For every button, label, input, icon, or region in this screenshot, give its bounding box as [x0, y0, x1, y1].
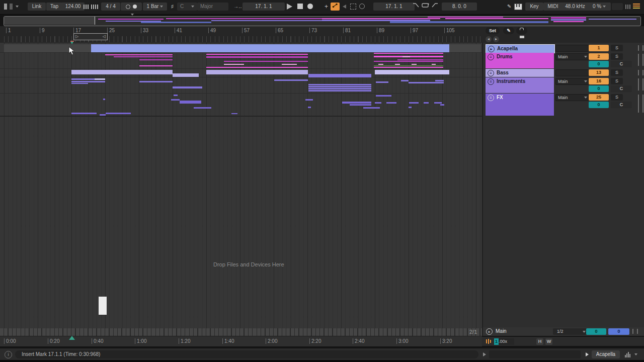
info-icon[interactable]: i	[5, 351, 12, 358]
loop-brace[interactable]: ▷ ◁	[73, 33, 108, 40]
arrangement-clip[interactable]	[409, 82, 444, 83]
loop-start-handle[interactable]: ▷	[75, 34, 78, 39]
solo-button[interactable]: S	[611, 94, 623, 101]
solo-button[interactable]: S	[611, 78, 623, 84]
metronome-button[interactable]	[121, 3, 142, 11]
track-number[interactable]: 16	[589, 78, 609, 84]
output-routing-menu[interactable]: Main	[555, 53, 589, 60]
arrangement-position-field[interactable]: 17. 1. 1	[243, 3, 285, 11]
reenable-automation-icon[interactable]	[343, 5, 346, 9]
preview-field[interactable]	[489, 350, 581, 358]
arrangement-clip[interactable]	[71, 81, 105, 82]
arrangement-clip[interactable]	[440, 104, 444, 106]
nudge-up-icon[interactable]	[91, 3, 99, 11]
arrangement-clip[interactable]	[308, 107, 311, 108]
next-locator-button[interactable]: ▸	[493, 36, 499, 42]
selected-clip-name[interactable]: Acapella	[592, 350, 620, 358]
loop-end-handle[interactable]: ◁	[103, 34, 106, 39]
overview-streak[interactable]	[428, 17, 503, 18]
menu-hamburger-icon[interactable]	[633, 4, 640, 9]
overview-streak[interactable]	[211, 20, 332, 21]
crossfade-button[interactable]: C	[611, 102, 632, 108]
track-number[interactable]: 1	[589, 45, 609, 51]
track-number[interactable]: 13	[589, 69, 609, 76]
arrangement-clip[interactable]	[194, 107, 211, 109]
arrangement-clip[interactable]	[206, 70, 308, 74]
track-header-bass[interactable]: ≡Bass 13 S	[486, 69, 642, 77]
overview-streak[interactable]	[445, 18, 548, 19]
arrangement-clip[interactable]	[409, 107, 412, 108]
locator-edit-icon[interactable]: ✎	[503, 27, 514, 34]
arrangement-clip[interactable]	[363, 107, 380, 109]
nudge-down-icon[interactable]	[84, 3, 90, 11]
level-meter-icon[interactable]	[625, 351, 631, 357]
lock-envelopes-icon[interactable]	[516, 27, 527, 34]
track-number[interactable]: 25	[589, 94, 609, 101]
track-name-band[interactable]: ≡Instruments	[486, 77, 554, 93]
arrangement-clip[interactable]	[105, 54, 173, 55]
arrangement-clip[interactable]	[171, 99, 180, 101]
crossfade-button[interactable]: C	[611, 85, 632, 92]
track-name-band[interactable]: ≡Drums	[486, 53, 554, 68]
waveform-icon[interactable]	[485, 338, 492, 344]
output-routing-menu[interactable]: Main	[555, 78, 589, 85]
scale-awareness-icon[interactable]: ♯	[168, 3, 177, 11]
stop-button[interactable]	[297, 4, 303, 9]
punch-in-icon[interactable]	[412, 3, 420, 11]
scroll-strip[interactable]	[0, 328, 482, 336]
arrangement-clip[interactable]	[71, 83, 88, 84]
track-header-fx[interactable]: ≡FX Main 25 S 0 C	[486, 94, 642, 116]
arrangement-clip[interactable]	[375, 102, 381, 104]
track-header-drums[interactable]: ≡Drums Main 2 S 0 C	[486, 53, 642, 68]
arrangement-clip[interactable]	[374, 65, 443, 66]
overview-streak[interactable]	[141, 22, 211, 23]
overview-streak[interactable]	[166, 18, 322, 19]
arrangement-clip[interactable]	[342, 102, 371, 104]
midi-map-button[interactable]: MIDI	[543, 3, 562, 11]
punch-out-icon[interactable]	[431, 3, 439, 11]
track-number[interactable]: 2	[589, 53, 609, 60]
arrangement-clip[interactable]	[71, 113, 97, 114]
arrangement-clip[interactable]	[434, 102, 442, 104]
window-mode-icon[interactable]	[4, 3, 19, 11]
arrangement-clip[interactable]	[424, 102, 429, 104]
arrangement-clip[interactable]	[114, 56, 173, 57]
zoom-height-button[interactable]: H	[536, 338, 543, 345]
send-value[interactable]: 0	[589, 102, 609, 108]
beat-time-ruler[interactable]: 191725334149576573818997105 ▷ ◁ Set ✎ ◂ …	[0, 26, 644, 43]
record-button[interactable]	[307, 4, 313, 9]
clip-play-icon[interactable]	[586, 352, 589, 356]
arrangement-clip[interactable]	[91, 44, 449, 52]
arrangement-clip[interactable]	[403, 56, 410, 57]
prev-locator-button[interactable]: ◂	[486, 36, 492, 42]
draw-mode-icon[interactable]: ✎	[504, 3, 514, 11]
overview-streak[interactable]	[553, 21, 584, 22]
arrangement-clip[interactable]	[173, 73, 199, 77]
arrangement-clip[interactable]	[206, 54, 308, 55]
arrangement-overdub-icon[interactable]	[359, 4, 365, 9]
arrangement-clip[interactable]	[139, 81, 173, 82]
resize-handle[interactable]	[632, 329, 638, 334]
loop-start-field[interactable]: 17. 1. 1	[373, 3, 415, 11]
add-locator-button[interactable]: +	[321, 3, 331, 11]
play-button[interactable]	[287, 4, 292, 10]
arrangement-clip[interactable]	[274, 79, 308, 81]
arrangement-clip[interactable]	[224, 64, 244, 65]
main-send-value[interactable]: 0	[586, 328, 606, 335]
arrangement-clip[interactable]	[374, 61, 443, 62]
arrangement-clip[interactable]	[173, 86, 202, 88]
resize-handle[interactable]	[638, 95, 643, 113]
tap-tempo-button[interactable]: Tap	[46, 3, 62, 11]
arrangement-clip[interactable]	[174, 95, 178, 96]
main-play-icon[interactable]: ▸	[486, 328, 493, 335]
arrangement-clip[interactable]	[71, 70, 173, 74]
overview-streak[interactable]	[551, 17, 586, 19]
arrangement-clip[interactable]	[231, 113, 237, 114]
overview-streak[interactable]	[551, 19, 586, 21]
arrangement-clip[interactable]	[308, 90, 371, 92]
arrangement-clip[interactable]	[409, 102, 419, 104]
resize-handle[interactable]	[638, 45, 643, 51]
automation-mode-button[interactable]	[331, 3, 340, 11]
time-signature-field[interactable]: 4 / 4	[101, 3, 120, 11]
overview-streak[interactable]	[322, 18, 440, 19]
